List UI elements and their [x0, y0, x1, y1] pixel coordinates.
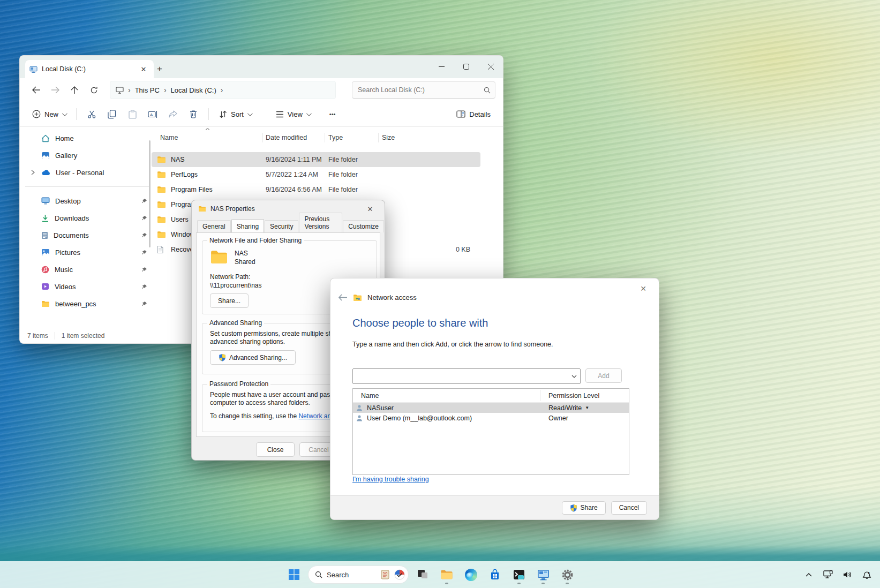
- tab-previous-versions[interactable]: Previous Versions: [299, 213, 342, 232]
- more-options-button[interactable]: •••: [325, 105, 341, 123]
- sidebar-item-onedrive[interactable]: User - Personal: [25, 164, 152, 181]
- breadcrumb-local-disk[interactable]: Local Disk (C:): [171, 86, 216, 94]
- person-row-nasuser[interactable]: NASuser Read/Write ▼: [353, 403, 629, 413]
- chevron-right-icon[interactable]: [29, 170, 36, 175]
- copy-icon[interactable]: [102, 105, 122, 123]
- people-combobox[interactable]: [352, 368, 581, 384]
- refresh-icon[interactable]: [85, 81, 102, 99]
- sidebar-item-between-pcs[interactable]: between_pcs: [25, 295, 152, 312]
- back-icon[interactable]: [27, 81, 44, 99]
- person-row-user-demo[interactable]: User Demo (m__lab@outlook.com) Owner: [353, 413, 629, 423]
- tray-chevron-up-icon[interactable]: [801, 565, 817, 584]
- sidebar-item-home[interactable]: Home: [25, 130, 152, 147]
- sort-button[interactable]: Sort: [214, 105, 256, 123]
- volume-tray-icon[interactable]: [839, 565, 855, 584]
- column-header-type[interactable]: Type: [328, 134, 343, 141]
- edge-browser-icon[interactable]: [461, 564, 481, 585]
- close-button[interactable]: [478, 56, 503, 77]
- sort-icon: [219, 110, 227, 118]
- share-button[interactable]: Share: [562, 501, 606, 515]
- cut-icon[interactable]: [82, 105, 101, 123]
- notification-bell-icon[interactable]: z: [859, 565, 875, 584]
- file-list-header[interactable]: Name Date modified Type Size: [152, 131, 503, 145]
- combobox-dropdown-icon[interactable]: [568, 375, 580, 378]
- sidebar-scrollbar[interactable]: [149, 140, 151, 247]
- downloads-icon: [41, 214, 49, 222]
- file-date: 9/16/2024 1:11 PM: [266, 156, 322, 163]
- folder-icon: [440, 569, 453, 580]
- file-explorer-taskbar-icon[interactable]: [437, 564, 457, 585]
- rename-icon[interactable]: A: [143, 105, 162, 123]
- back-icon[interactable]: [338, 294, 348, 301]
- dropdown-arrow-icon[interactable]: ▼: [585, 405, 589, 410]
- properties-title: NAS Properties: [210, 205, 255, 213]
- monitor-app-icon[interactable]: [533, 564, 553, 585]
- sidebar-item-documents[interactable]: Documents: [25, 227, 152, 244]
- people-list-header[interactable]: Name Permission Level: [353, 389, 629, 403]
- sidebar-item-gallery[interactable]: Gallery: [25, 147, 152, 164]
- group-title: Password Protection: [207, 380, 270, 388]
- minimize-button[interactable]: [429, 56, 454, 77]
- up-icon[interactable]: [66, 81, 83, 99]
- share-state: Shared: [235, 258, 255, 266]
- user-icon: [356, 414, 363, 421]
- network-cancel-button[interactable]: Cancel: [611, 501, 647, 515]
- explorer-tab[interactable]: Local Disk (C:) ✕: [25, 60, 154, 78]
- sidebar-item-videos[interactable]: Videos: [25, 278, 152, 295]
- close-icon[interactable]: ✕: [362, 202, 378, 215]
- paste-icon[interactable]: [123, 105, 142, 123]
- column-header-name[interactable]: Name: [160, 134, 178, 141]
- column-header-name[interactable]: Name: [361, 392, 379, 399]
- documents-icon: [41, 231, 48, 239]
- taskbar-search[interactable]: Search: [308, 566, 409, 584]
- details-pane-button[interactable]: Details: [452, 105, 495, 123]
- sidebar-item-pictures[interactable]: Pictures: [25, 244, 152, 261]
- column-header-size[interactable]: Size: [382, 134, 395, 141]
- breadcrumb-this-pc[interactable]: This PC: [135, 86, 160, 94]
- people-combobox-input[interactable]: [353, 373, 568, 380]
- explorer-search[interactable]: [352, 81, 495, 99]
- share-button-label: Share: [581, 504, 598, 511]
- tab-sharing[interactable]: Sharing: [231, 219, 264, 232]
- sidebar-item-label: Desktop: [55, 197, 136, 205]
- properties-close-button[interactable]: Close: [256, 442, 295, 457]
- terminal-icon[interactable]: [509, 564, 529, 585]
- column-header-permission[interactable]: Permission Level: [548, 392, 599, 399]
- trouble-sharing-link[interactable]: I'm having trouble sharing: [352, 476, 429, 483]
- new-button[interactable]: New: [27, 105, 71, 123]
- sidebar-item-desktop[interactable]: Desktop: [25, 192, 152, 209]
- search-icon[interactable]: [484, 87, 491, 94]
- folder-icon: [157, 201, 166, 208]
- share-button[interactable]: Share...: [210, 293, 249, 308]
- new-tab-button[interactable]: +: [153, 62, 167, 76]
- forward-icon[interactable]: [47, 81, 64, 99]
- column-header-date[interactable]: Date modified: [266, 134, 307, 141]
- explorer-search-input[interactable]: [357, 86, 484, 94]
- tab-customize[interactable]: Customize: [343, 220, 384, 232]
- settings-icon[interactable]: [557, 564, 577, 585]
- permission-dropdown[interactable]: Read/Write ▼: [548, 404, 589, 412]
- sidebar-item-downloads[interactable]: Downloads: [25, 209, 152, 227]
- advanced-sharing-button[interactable]: Advanced Sharing...: [210, 350, 296, 365]
- tab-close-icon[interactable]: ✕: [138, 63, 149, 75]
- tab-security[interactable]: Security: [265, 220, 298, 232]
- add-button[interactable]: Add: [585, 368, 622, 383]
- breadcrumb[interactable]: › This PC › Local Disk (C:) ›: [110, 81, 336, 99]
- explorer-tab-strip: Local Disk (C:) ✕ +: [20, 56, 503, 78]
- close-icon[interactable]: ✕: [634, 282, 652, 296]
- network-tray-icon[interactable]: [820, 565, 836, 584]
- share-icon[interactable]: [163, 105, 183, 123]
- microsoft-store-icon[interactable]: [485, 564, 505, 585]
- tab-general[interactable]: General: [197, 220, 231, 232]
- maximize-button[interactable]: [454, 56, 478, 77]
- file-row-program-files[interactable]: Program Files 9/16/2024 6:56 AM File fol…: [152, 182, 480, 197]
- task-view-button[interactable]: [412, 564, 433, 585]
- delete-icon[interactable]: [184, 105, 203, 123]
- new-button-label: New: [44, 110, 58, 118]
- sidebar-item-music[interactable]: Music: [25, 261, 152, 278]
- file-row-perflogs[interactable]: PerfLogs 5/7/2022 1:24 AM File folder: [152, 167, 480, 182]
- file-row-nas[interactable]: NAS 9/16/2024 1:11 PM File folder: [152, 152, 480, 167]
- start-button[interactable]: [284, 564, 304, 585]
- details-pane-icon: [456, 110, 465, 118]
- view-button[interactable]: View: [271, 105, 315, 123]
